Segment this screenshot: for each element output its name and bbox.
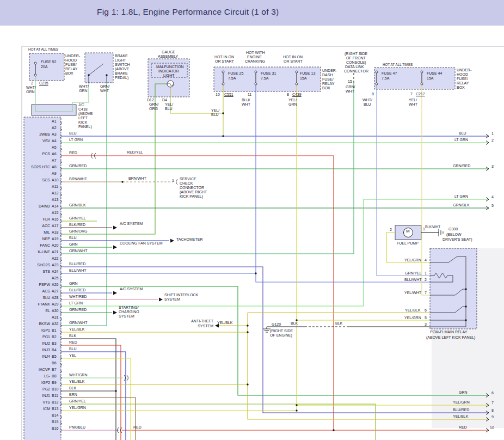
diagram-label: HOT IN ON <box>283 55 303 59</box>
diagram-label: YEL/ <box>409 98 417 102</box>
diagram-label: YEL/ <box>211 108 219 113</box>
diagram-label: SYSTEM <box>119 314 134 319</box>
wire-color-label: YEL/BLK <box>69 327 84 332</box>
diagram-label: WHT <box>346 89 354 94</box>
ecm-pin-number: B3 <box>52 341 57 346</box>
wire-color-label: GRN/YEL <box>69 399 86 404</box>
diagram-label: FUEL PUMP <box>397 241 419 246</box>
wire-color-label: YEL/GRN <box>69 406 86 410</box>
diagram-label: RED/YEL <box>127 150 143 155</box>
ecm-pin-number: B5 <box>52 355 57 359</box>
ecm-pin-number: B15 <box>52 420 58 424</box>
diagram-label: YEL/GRN <box>404 258 421 262</box>
diagram-label: (RIGHT SIDE <box>345 52 367 56</box>
wire-color-label: GRN/BLK <box>69 203 86 207</box>
ecm-signal-label: ICM <box>24 407 50 411</box>
ecm-signal-label: SCS <box>24 178 50 182</box>
wire-color-label: WHT/GRN <box>69 373 87 377</box>
diagram-label: TACHOMETER <box>176 237 202 242</box>
diagram-label: 1 <box>172 179 174 183</box>
ecm-signal-label: INJ1 <box>24 394 50 398</box>
wire-color-label: RED <box>69 340 77 345</box>
ecm-signal-label: VTS <box>24 400 50 405</box>
wire-color-label: GRN/RED <box>69 164 87 168</box>
diagram-label: BLU <box>165 107 173 111</box>
diagram-label: 5 <box>425 316 427 320</box>
diagram-label: ENGINE <box>247 55 262 59</box>
diagram-label: WHT <box>100 89 109 93</box>
diagram-label: HOOD <box>65 58 77 63</box>
diagram-label: BOX <box>322 86 330 90</box>
diagram-label: J/C <box>78 103 84 107</box>
diagram-label: 9 <box>491 415 494 419</box>
diagram-label: 2 <box>491 138 494 143</box>
wire-color-label: BLU <box>69 347 77 351</box>
diagram-label: 20A <box>41 65 47 69</box>
wire-color-label: PNK/BLU <box>69 425 85 430</box>
wire-color-label: GRN/ORG <box>69 229 87 234</box>
diagram-label: KICK <box>78 120 87 125</box>
diagram-label: 10 <box>490 426 494 430</box>
diagram-label: FUSE/ <box>322 77 334 82</box>
wire-color-label: BRN <box>69 393 77 397</box>
wire-color-label: BLK <box>69 334 76 338</box>
ecm-pin-number: A19 <box>52 237 58 241</box>
diagram-label: STARTING/ <box>119 305 139 310</box>
ecm-pin-number: B16 <box>52 426 58 431</box>
diagram-label: YEL/WHT <box>404 291 421 295</box>
diagram-label: BLK <box>335 321 342 326</box>
ecm-pin-number: A31 <box>52 315 58 320</box>
ecm-signal-label: SO2S HTC <box>24 165 50 169</box>
ecm-signal-label: INJ4 <box>24 355 50 359</box>
diagram-label: ORG <box>149 107 158 111</box>
ecm-pin-number: A22 <box>52 256 58 261</box>
diagram-label: 8 <box>372 92 374 96</box>
diagram-label: 2 <box>390 228 392 232</box>
diagram-label: 6 <box>425 308 427 313</box>
ecm-signal-label: K-LINE <box>24 250 50 254</box>
ecm-pin-number: B1 <box>52 328 57 333</box>
diagram-label: LIGHT <box>163 74 175 78</box>
diagram-label: BLU <box>211 113 219 117</box>
diagram-label: GRN/BLK <box>453 203 470 207</box>
wire-color-label: GRN/WHT <box>69 249 87 253</box>
wire-color-label: BLU/WHT <box>69 268 87 273</box>
diagram-label: 7 <box>491 401 494 405</box>
diagram-label: C551 <box>224 93 233 97</box>
diagram-label: 15A <box>300 76 306 81</box>
diagram-label: LT GRN <box>454 194 468 199</box>
diagram-label: 11 <box>248 93 251 97</box>
diagram-label: BLK <box>291 321 298 326</box>
diagram-label: GRN <box>459 390 468 395</box>
ecm-pin-number: A10 <box>52 178 58 182</box>
diagram-label: GAUGE <box>162 50 175 54</box>
diagram-label: UNDER- <box>65 54 80 58</box>
diagram-label: 7.5A <box>261 76 268 81</box>
diagram-label: INDICATOR <box>158 69 179 74</box>
wire-color-label: BLU <box>69 236 77 240</box>
diagram-label: LIGHT <box>115 58 126 63</box>
diagram-label: C215 <box>39 81 48 85</box>
diagram-label: RED <box>133 425 142 430</box>
ecm-signal-label: BKSW <box>24 322 50 326</box>
ecm-pin-number: B6 <box>52 361 57 365</box>
diagram-label: A/C SYSTEM <box>120 222 143 226</box>
diagram-label: LEFT <box>78 116 88 120</box>
wire-color-label: BRN/WHT <box>69 177 87 181</box>
diagram-label: FUSE 44 <box>427 71 442 76</box>
ecm-pin-number: A15 <box>52 211 58 215</box>
wire-color-label: GRN <box>69 242 78 247</box>
diagram-label: 1 <box>425 271 427 276</box>
diagram-label: YEL/BLK <box>453 414 468 419</box>
ecm-signal-label: EL <box>24 309 50 313</box>
label-layer: HOT AT ALL TIMESFUSE 5220AUNDER-HOODFUSE… <box>0 0 504 440</box>
diagram-label: YEL/ <box>288 98 297 102</box>
diagram-label: HOT AT ALL TIMES <box>28 47 58 51</box>
wire-color-label: GRN/YEL <box>69 216 86 221</box>
ecm-pin-number: A24 <box>52 270 58 274</box>
diagram-label: OR START <box>284 59 303 64</box>
diagram-label: 8 <box>287 93 289 97</box>
diagram-label: WHT/ <box>79 84 89 89</box>
wire-color-label: GRN <box>69 282 78 286</box>
ecm-signal-label: MIL <box>24 230 50 235</box>
